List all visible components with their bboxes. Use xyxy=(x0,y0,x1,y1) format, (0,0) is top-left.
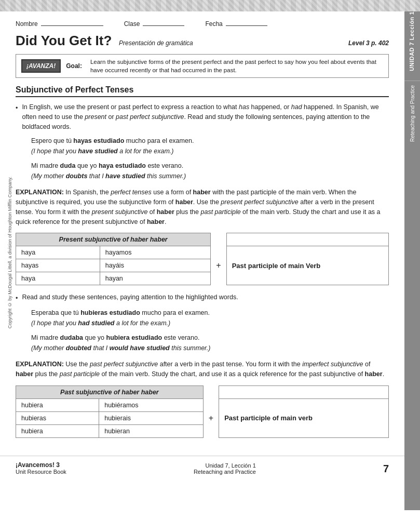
table2-row3-col2: hubieran xyxy=(99,424,204,437)
clase-field: Clase xyxy=(124,19,185,28)
header-row: Nombre Clase Fecha xyxy=(16,19,389,28)
bullet-item-2: • Read and study these sentences, paying… xyxy=(16,292,389,303)
footer-right-mid: Reteaching and Practice xyxy=(194,469,256,475)
bullet-dot-2: • xyxy=(16,294,18,303)
table1-row2-col1: hayas xyxy=(16,259,100,272)
table2-header: Past subjunctive of haber haber xyxy=(16,385,204,398)
example1-italic: (I hope that you have studied a lot for … xyxy=(31,146,389,156)
table1-plus: + xyxy=(211,246,226,285)
table1: Present subjunctive of haber haber haya … xyxy=(16,233,389,285)
sidebar-divider xyxy=(404,81,420,81)
clase-underline xyxy=(143,19,184,26)
table1-row3-col2: hayan xyxy=(100,272,211,285)
bullet-item-1: • In English, we use the present or past… xyxy=(16,102,389,131)
table2-right-cell: Past participle of main verb xyxy=(219,398,389,437)
table2-plus: + xyxy=(203,398,219,437)
example4-main: Mi madre dudaba que yo hubiera estudiado… xyxy=(31,332,389,343)
fecha-field: Fecha xyxy=(205,19,267,28)
example1-main: Espero que tú hayas estudiado mucho para… xyxy=(31,136,389,146)
title-row: Did You Get It? Presentación de gramátic… xyxy=(16,33,389,49)
table2-row1-col1: hubiera xyxy=(16,398,99,411)
bullet-dot-1: • xyxy=(16,103,18,131)
level-text: Level 3 p. 402 xyxy=(348,39,389,47)
footer-right-top: Unidad 7, Lección 1 xyxy=(194,462,256,469)
avanza-goal-text: Learn the subjunctive forms of the prese… xyxy=(90,58,383,74)
table-row: hubiera hubiéramos + Past participle of … xyxy=(16,398,389,411)
main-content: Nombre Clase Fecha Did You Get It? Prese… xyxy=(0,11,404,456)
table1-header: Present subjunctive of haber haber xyxy=(16,233,211,246)
fecha-underline xyxy=(226,19,267,26)
nombre-underline xyxy=(41,19,103,26)
explanation-label-1: EXPLANATION: xyxy=(16,189,64,196)
table2-right-header xyxy=(219,385,389,398)
avanza-goal-label: Goal: xyxy=(66,62,82,70)
explanation-text-2: Use the past perfect subjunctive after a… xyxy=(16,361,384,378)
table2-row2-col2: hubierais xyxy=(99,411,204,424)
table-row: haya hayamos + Past participle of main V… xyxy=(16,246,389,259)
table1-row1-col2: hayamos xyxy=(100,246,211,259)
example3-main: Esperaba que tú hubieras estudiado mucho… xyxy=(31,308,389,318)
bullet-section-2: • Read and study these sentences, paying… xyxy=(16,292,389,353)
table1-row3-col1: haya xyxy=(16,272,100,285)
clase-label: Clase xyxy=(124,20,140,28)
table2-row1-col2: hubiéramos xyxy=(99,398,204,411)
table1-row2-col2: hayáis xyxy=(100,259,211,272)
table2-row2-col1: hubieras xyxy=(16,411,99,424)
main-subtitle: Presentación de gramática xyxy=(119,39,193,47)
example4-italic: (My mother doubted that I would have stu… xyxy=(31,343,389,353)
example-block-1: Espero que tú hayas estudiado mucho para… xyxy=(31,136,389,156)
table1-right-header xyxy=(226,233,388,246)
footer-right: Unidad 7, Lección 1 Reteaching and Pract… xyxy=(194,462,256,475)
bullet-text-2: Read and study these sentences, paying a… xyxy=(22,292,389,303)
bullet-section-1: • In English, we use the present or past… xyxy=(16,102,389,181)
example2-main: Mi madre duda que yo haya estudiado este… xyxy=(31,161,389,171)
fecha-label: Fecha xyxy=(205,20,222,28)
main-title: Did You Get It? xyxy=(16,33,112,48)
nombre-label: Nombre xyxy=(16,20,38,28)
footer-page-num: 7 xyxy=(383,463,389,475)
footer-sub: Unit Resource Book xyxy=(16,469,66,475)
explanation-block-1: EXPLANATION: In Spanish, the perfect ten… xyxy=(16,188,389,227)
nombre-field: Nombre xyxy=(16,19,103,28)
example2-italic: (My mother doubts that I have studied th… xyxy=(31,171,389,181)
explanation-block-2: EXPLANATION: Use the past perfect subjun… xyxy=(16,360,389,379)
top-border xyxy=(0,0,420,11)
section1-heading: Subjunctive of Perfect Tenses xyxy=(16,85,389,97)
level-label: Level 3 p. 402 xyxy=(348,39,389,47)
bullet-text-1: In English, we use the present or past p… xyxy=(22,102,389,131)
sidebar-unit-label: UNIDAD 7 Lección 1 xyxy=(409,11,415,76)
table2-row3-col1: hubiera xyxy=(16,424,99,437)
avanza-box: ¡AVANZA! Goal: Learn the subjunctive for… xyxy=(16,54,389,78)
example-block-2: Mi madre duda que yo haya estudiado este… xyxy=(31,161,389,181)
table2: Past subjunctive of haber haber hubiera … xyxy=(16,385,389,438)
avanza-badge: ¡AVANZA! xyxy=(21,59,61,73)
page-footer: ¡Avancemos! 3 Unit Resource Book Unidad … xyxy=(0,456,404,480)
table1-plus-header xyxy=(211,233,226,246)
example3-italic: (I hope that you had studied a lot for t… xyxy=(31,318,389,328)
copyright-text: Copyright © by McDougal Littell, a divis… xyxy=(7,177,12,328)
table2-plus-header xyxy=(203,385,219,398)
explanation-text-1: In Spanish, the perfect tenses use a for… xyxy=(16,189,381,225)
right-sidebar: UNIDAD 7 Lección 1 Reteaching and Practi… xyxy=(404,11,420,510)
example-block-3: Esperaba que tú hubieras estudiado mucho… xyxy=(31,308,389,328)
explanation-label-2: EXPLANATION: xyxy=(16,361,64,368)
footer-left: ¡Avancemos! 3 Unit Resource Book xyxy=(16,461,66,475)
footer-title: ¡Avancemos! 3 xyxy=(16,461,66,469)
title-left: Did You Get It? Presentación de gramátic… xyxy=(16,33,193,49)
table1-right-cell: Past participle of main Verb xyxy=(226,246,388,285)
sidebar-practice-label: Reteaching and Practice xyxy=(409,85,416,146)
table1-row1-col1: haya xyxy=(16,246,100,259)
example-block-4: Mi madre dudaba que yo hubiera estudiado… xyxy=(31,332,389,353)
